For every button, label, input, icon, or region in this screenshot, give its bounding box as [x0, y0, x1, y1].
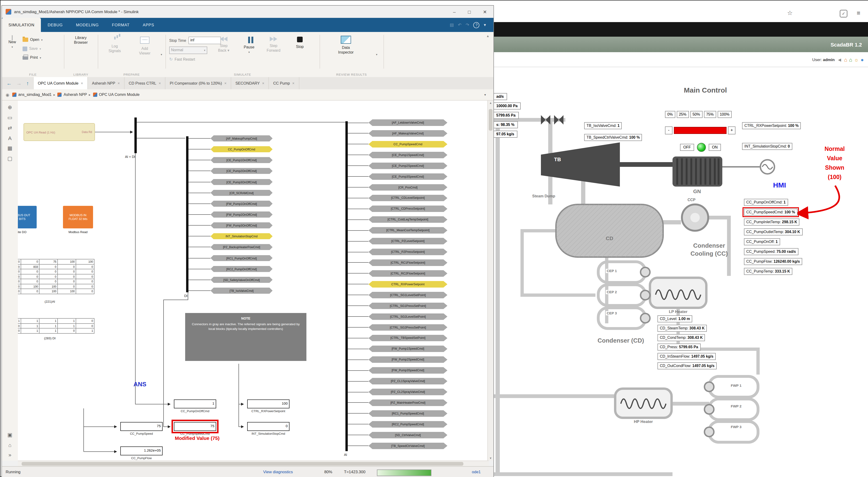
extension-badge-icon[interactable]: ✓	[840, 10, 847, 18]
signal-goto-tag[interactable]: CTRL_RXPowerSetpoint	[368, 281, 447, 288]
data-inspector-button[interactable]: DataInspector	[331, 36, 361, 55]
palette-icon[interactable]: A	[8, 135, 12, 141]
signal-goto-tag[interactable]: [FW_Pump3OnOffCmd]	[211, 222, 273, 228]
palette-icon[interactable]: ⊕	[8, 104, 12, 110]
new-button[interactable]: New▾	[5, 36, 20, 49]
vertical-scrollbar[interactable]: ▲ ▼	[487, 101, 493, 460]
close-tab-icon[interactable]: ×	[262, 81, 264, 85]
document-tab[interactable]: CC Pump ×	[269, 77, 299, 89]
close-button[interactable]: ✕	[483, 9, 487, 14]
signal-goto-tag[interactable]: [CTRL_SG2PressSetPoint]	[368, 324, 447, 330]
scroll-up-icon[interactable]: ▲	[488, 101, 493, 104]
step-forward-button[interactable]: StepForward	[261, 37, 286, 53]
increment-button[interactable]: +	[728, 126, 736, 134]
signal-goto-tag[interactable]: [CE_Pump2SpeedCmd]	[368, 162, 447, 169]
library-browser-button[interactable]: LibraryBrowser	[67, 36, 95, 45]
nav-icon[interactable]: ↑	[26, 81, 29, 86]
display-block[interactable]: 75 CC_PumpSpeedCmd	[174, 422, 216, 435]
sim-mode-select[interactable]: Normal	[169, 46, 207, 54]
percent-button[interactable]: 75%	[704, 111, 716, 118]
view-diagnostics-link[interactable]: View diagnostics	[263, 470, 293, 474]
header-icon[interactable]: ☼	[854, 57, 859, 62]
save-button[interactable]: Save▾	[23, 45, 42, 52]
signal-goto-tag[interactable]: [PZ_MainHeaterPowCmd]	[368, 400, 447, 406]
percent-button[interactable]: 25%	[677, 111, 689, 118]
demux-di[interactable]	[186, 136, 188, 292]
signal-goto-tag[interactable]: [RC1_PumpOnOffCmd]	[211, 255, 273, 261]
browser-menu-icon[interactable]: ≡	[857, 9, 860, 17]
solver-name[interactable]: ode1	[472, 470, 481, 474]
document-tab[interactable]: OPC UA Comm Module ×	[34, 77, 88, 89]
quick-access-icon[interactable]: ↷	[466, 23, 469, 27]
signal-goto-tag[interactable]: [RC2_PumpOnOffCmd]	[211, 266, 273, 272]
nav-icon[interactable]: →	[17, 81, 22, 86]
signal-goto-tag[interactable]: [CTRL_ColdLegTempSetpoint]	[368, 216, 447, 223]
signal-goto-tag[interactable]: [CTRL_SG1PressSetPoint]	[368, 303, 447, 309]
palette-icon[interactable]: ▣	[7, 432, 12, 438]
header-icon[interactable]: ●	[861, 57, 864, 62]
signal-goto-tag[interactable]: [FW_Pump3SpeedCmd]	[368, 367, 447, 374]
header-icon[interactable]: ⌂	[844, 57, 847, 62]
breadcrumb-item[interactable]: Asherah NPP ▸	[58, 93, 90, 97]
signal-goto-tag[interactable]: [FW_Pump2SpeedCmd]	[368, 356, 447, 363]
signal-goto-tag[interactable]: CC_PumpOnOffCmd	[211, 146, 273, 152]
close-tab-icon[interactable]: ×	[118, 81, 120, 85]
close-tab-icon[interactable]: ×	[292, 81, 294, 85]
signal-goto-tag[interactable]: [CTRL_PZLevelSetpoint]	[368, 238, 447, 244]
signal-goto-tag[interactable]: [SD_CtrlValveCmd]	[368, 432, 447, 438]
signal-goto-tag[interactable]: [TB_IsoValveCmd]	[211, 288, 273, 294]
modbus-in-block[interactable]: MODBUS INFLOAT 32 bits	[63, 206, 93, 228]
palette-icon[interactable]: »	[8, 452, 11, 458]
close-tab-icon[interactable]: ×	[224, 81, 226, 85]
signal-goto-tag[interactable]: [CE_Pump3SpeedCmd]	[368, 173, 447, 180]
quick-access-icon[interactable]: ▤	[450, 23, 454, 27]
quick-access-icon[interactable]: ↶	[458, 23, 462, 27]
signal-goto-tag[interactable]: [CE_Pump1OnOffCmd]	[211, 157, 273, 163]
scroll-thumb[interactable]	[22, 462, 463, 466]
modbus-out-block[interactable]: MODBUS OUT32 BITS	[18, 206, 37, 228]
signal-goto-tag[interactable]: INT_SimulationStopCmd	[211, 233, 273, 240]
decrement-button[interactable]: -	[665, 126, 673, 134]
signal-goto-tag[interactable]: [CR_SCRAMCmd]	[211, 190, 273, 196]
signal-goto-tag[interactable]: [RC1_PumpSpeedCmd]	[368, 410, 447, 417]
quick-access-icon[interactable]: ?	[473, 22, 479, 28]
signal-goto-tag[interactable]: [CTRL_SG2LevelSetPoint]	[368, 313, 447, 320]
ribbon-tab[interactable]: MODELING	[69, 18, 105, 32]
signal-goto-tag[interactable]: [CTRL_MeanCoolTempSetpoint]	[368, 227, 447, 233]
signal-goto-tag[interactable]: [CTRL_CDPressSetpoint]	[368, 205, 447, 212]
opcua-read-block[interactable]: OPC UA Read (1 Hz) Data Rd	[24, 123, 95, 141]
signal-goto-tag[interactable]: [AF_LetdownValveCmd]	[368, 119, 447, 126]
signal-goto-tag[interactable]: [CE_Pump2OnOffCmd]	[211, 168, 273, 174]
setpoint-level-bar[interactable]	[674, 127, 726, 134]
document-tab[interactable]: SECONDARY ×	[231, 77, 269, 89]
signal-goto-tag[interactable]: [SD_SafetyValveOnOffCmd]	[211, 277, 273, 283]
review-more-icon[interactable]: ▾	[376, 53, 377, 56]
signal-goto-tag[interactable]: [CTRL_RC2FlowSetpoint]	[368, 270, 447, 277]
stop-button[interactable]: Stop	[290, 37, 309, 49]
palette-icon[interactable]: ⇄	[8, 125, 12, 131]
mux-ai[interactable]	[345, 121, 348, 451]
horizontal-scrollbar[interactable]	[18, 460, 489, 467]
palette-icon[interactable]: ▢	[7, 156, 12, 162]
signal-goto-tag[interactable]: [FW_Pump1OnOffCmd]	[211, 201, 273, 207]
signal-goto-tag[interactable]: [CR_PosCmd]	[368, 184, 447, 191]
signal-goto-tag[interactable]: [CTRL_SG1LevelSetPoint]	[368, 292, 447, 298]
signal-goto-tag[interactable]: [PZ_BackupHeaterPowCmd]	[211, 244, 273, 250]
percent-button[interactable]: 50%	[690, 111, 702, 118]
display-block[interactable]: 75 CC_PumpSpeed	[120, 422, 163, 435]
percent-button[interactable]: 0%	[665, 111, 675, 118]
ribbon-tab[interactable]: SIMULATION	[2, 18, 41, 32]
signal-goto-tag[interactable]: [CE_Pump1SpeedCmd]	[368, 152, 447, 158]
model-browser-icon[interactable]: ◉	[6, 92, 9, 97]
signal-goto-tag[interactable]: [TB_SpeedCtrValveCmd]	[368, 442, 447, 449]
display-block[interactable]: 1.262e+05 CC_PumpFlow	[120, 446, 163, 459]
signal-goto-tag[interactable]: [CTRL_RC1FlowSetpoint]	[368, 259, 447, 266]
palette-icon[interactable]: ▦	[7, 145, 12, 151]
close-tab-icon[interactable]: ×	[81, 81, 83, 85]
maximize-button[interactable]: □	[468, 9, 471, 14]
document-tab[interactable]: CD Press CTRL ×	[125, 77, 166, 89]
quick-access-icon[interactable]: ▾	[484, 23, 486, 27]
model-canvas[interactable]: OPC UA Read (1 Hz) Data Rd AI + DI DI AI…	[18, 101, 489, 460]
display-block[interactable]: 0 INT_SimulationStopCmd	[247, 422, 289, 435]
signal-goto-tag[interactable]: [PZ_CL1SprayValveCmd]	[368, 378, 447, 384]
